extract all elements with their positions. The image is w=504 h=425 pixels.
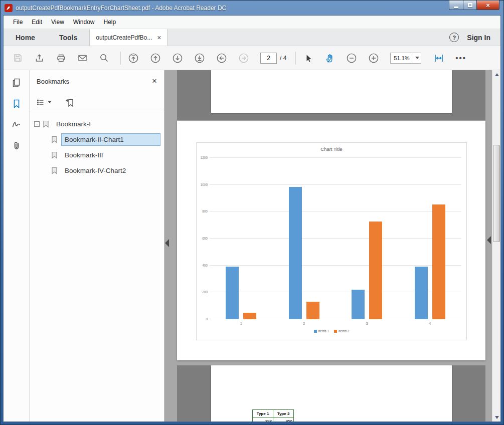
- collapse-left-pane-handle[interactable]: [165, 239, 169, 247]
- bar-items2-cat3: [369, 222, 382, 319]
- bar-items1-cat1: [226, 267, 239, 319]
- bookmark-tree: Bookmark-IBookmark-II-Chart1Bookmark-III…: [30, 112, 164, 179]
- page-count-label: / 4: [280, 55, 286, 62]
- bookmark-item[interactable]: Bookmark-II-Chart1: [30, 133, 164, 146]
- bar-items2-cat4: [432, 204, 445, 319]
- bookmark-glyph-icon: [43, 120, 49, 128]
- collapse-right-pane-handle[interactable]: [487, 236, 491, 244]
- document-tab-close-icon[interactable]: ×: [157, 34, 161, 42]
- page-number-input[interactable]: [260, 53, 277, 64]
- bookmark-label: Bookmark-III: [61, 149, 107, 161]
- scroll-up-button[interactable]: [492, 70, 500, 79]
- legend-swatch: [314, 330, 317, 333]
- close-button[interactable]: ×: [477, 1, 499, 10]
- next-page-button[interactable]: [172, 53, 183, 64]
- bookmark-options-button[interactable]: [36, 97, 52, 107]
- attachments-panel-button[interactable]: [11, 140, 22, 153]
- last-page-button[interactable]: [194, 53, 205, 64]
- menu-view[interactable]: View: [47, 17, 69, 28]
- bookmark-glyph-icon: [51, 136, 58, 143]
- sign-in-button[interactable]: Sign In: [467, 34, 490, 42]
- pdf-page-1: [211, 70, 452, 113]
- zoom-dropdown-caret[interactable]: [413, 53, 421, 63]
- scroll-up-icon: [495, 73, 499, 76]
- y-tick-label: 0: [197, 317, 208, 321]
- y-tick-label: 600: [197, 237, 208, 240]
- hand-tool-button[interactable]: [324, 53, 335, 64]
- bookmark-label: Bookmark-IV-Chart2: [61, 164, 129, 177]
- bookmarks-panel-header: Bookmarks ×: [30, 70, 164, 92]
- previous-view-button[interactable]: [216, 53, 227, 64]
- last-page-icon: [194, 53, 205, 64]
- menu-help[interactable]: Help: [99, 17, 121, 28]
- menu-edit[interactable]: Edit: [27, 17, 47, 28]
- next-page-icon: [172, 53, 183, 64]
- more-tools-button[interactable]: •••: [455, 54, 466, 62]
- document-area[interactable]: Chart Title 020040060080010001200 1234 I…: [164, 70, 500, 421]
- gridline: [210, 265, 461, 266]
- bookmark-item[interactable]: Bookmark-III: [30, 148, 164, 161]
- maximize-button[interactable]: [463, 1, 477, 10]
- tab-tools[interactable]: Tools: [47, 29, 89, 46]
- next-view-button[interactable]: [238, 53, 249, 64]
- zoom-out-button[interactable]: [346, 53, 357, 64]
- minimize-button[interactable]: [449, 1, 463, 10]
- bookmarks-panel-button[interactable]: [11, 98, 22, 111]
- select-tool-icon: [303, 53, 313, 63]
- titlebar[interactable]: outputCreatePdfBookmarkEntryForChartShee…: [1, 1, 503, 15]
- chart-legend: Items 1Items 2: [197, 329, 466, 333]
- scroll-down-button[interactable]: [492, 413, 500, 421]
- panel-close-icon[interactable]: ×: [152, 76, 157, 86]
- tab-home[interactable]: Home: [4, 29, 47, 46]
- share-icon: [34, 53, 45, 63]
- email-button[interactable]: [77, 53, 88, 63]
- navigation-icon-strip: [4, 70, 30, 421]
- gridline: [210, 184, 461, 185]
- scroll-down-icon: [495, 416, 499, 419]
- tab-document[interactable]: outputCreatePdfBo... ×: [89, 29, 167, 46]
- menu-file[interactable]: File: [9, 17, 27, 28]
- page-thumbnails-button[interactable]: [11, 77, 22, 90]
- main-toolbar: / 4 51.1% •••: [4, 46, 500, 70]
- tree-collapse-icon[interactable]: [34, 121, 40, 127]
- print-button[interactable]: [56, 53, 66, 63]
- save-button[interactable]: [13, 53, 23, 63]
- pdf-page-3: Type 1 Type 2 398 956: [211, 365, 452, 421]
- menu-window[interactable]: Window: [69, 17, 99, 28]
- signatures-icon: [11, 119, 22, 130]
- previous-page-button[interactable]: [150, 53, 161, 64]
- legend-label: Items 1: [318, 329, 329, 333]
- fit-width-button[interactable]: [433, 53, 444, 64]
- paperclip-icon: [11, 140, 22, 151]
- y-tick-label: 1000: [197, 183, 208, 186]
- vertical-scrollbar[interactable]: [492, 70, 500, 421]
- zoom-level-dropdown[interactable]: 51.1%: [390, 53, 421, 64]
- select-tool-button[interactable]: [303, 53, 313, 63]
- bookmark-item[interactable]: Bookmark-I: [30, 117, 164, 130]
- bar-items1-cat4: [415, 267, 428, 319]
- y-tick-label: 200: [197, 290, 208, 294]
- first-page-button[interactable]: [128, 53, 139, 64]
- help-icon[interactable]: ?: [449, 33, 459, 42]
- share-button[interactable]: [34, 53, 45, 63]
- close-icon: ×: [486, 2, 490, 9]
- legend-item: Items 1: [314, 329, 329, 333]
- bar-items2-cat1: [243, 313, 256, 319]
- y-tick-label: 1200: [197, 156, 208, 159]
- x-tick-label: 1: [240, 322, 242, 325]
- search-button[interactable]: [99, 53, 109, 63]
- tab-bar: Home Tools outputCreatePdfBo... × ? Sign…: [4, 29, 500, 46]
- bookmarks-panel-title: Bookmarks: [37, 78, 69, 85]
- window-title: outputCreatePdfBookmarkEntryForChartShee…: [16, 5, 226, 12]
- previous-page-icon: [150, 53, 161, 64]
- toolbar-divider: [295, 52, 296, 65]
- new-bookmark-button[interactable]: [65, 97, 75, 107]
- page-thumbnails-icon: [11, 77, 22, 88]
- bookmark-glyph-icon: [51, 151, 58, 159]
- signatures-panel-button[interactable]: [11, 119, 22, 132]
- chart-title: Chart Title: [197, 146, 466, 152]
- scrollbar-thumb[interactable]: [493, 145, 500, 242]
- bar-items2-cat2: [306, 302, 319, 319]
- bookmark-item[interactable]: Bookmark-IV-Chart2: [30, 164, 164, 177]
- zoom-in-button[interactable]: [368, 53, 379, 64]
